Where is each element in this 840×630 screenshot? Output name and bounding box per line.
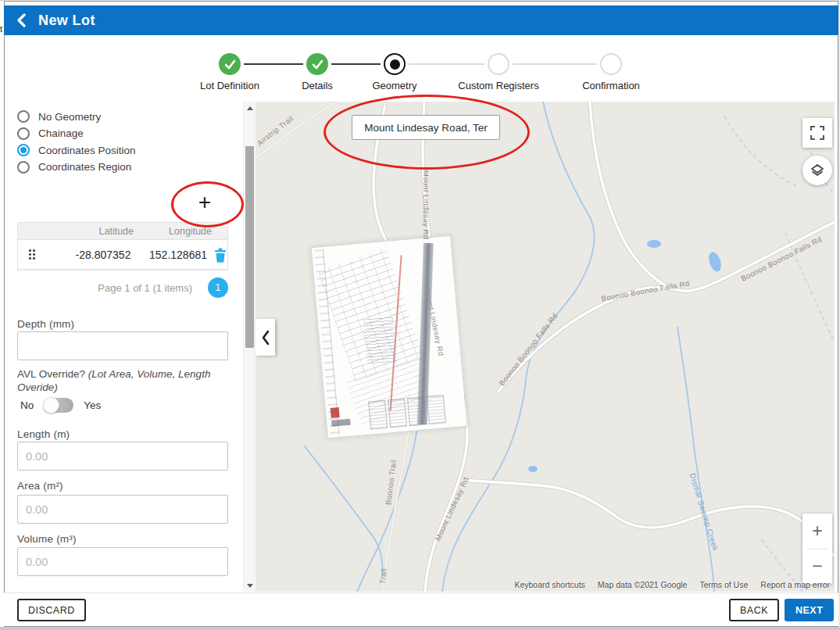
trash-icon [213,247,227,263]
avl-override-label: AVL Override? (Lot Area, Volume, Length … [17,367,233,394]
dialog-header: New Lot [4,5,838,35]
volume-label: Volume (m³) [17,533,77,545]
depth-input[interactable] [17,331,228,360]
toggle-yes-label: Yes [84,399,101,411]
radio-label: No Geometry [38,111,101,123]
table-pager: Page 1 of 1 (1 items) 1 [17,277,228,298]
length-input[interactable] [17,442,228,471]
terms-of-use-link[interactable]: Terms of Use [699,580,748,589]
plan-detail-box [427,395,446,424]
radio-label: Coordinates Region [38,161,131,173]
report-map-error-link[interactable]: Report a map error [760,580,830,589]
zoom-out-button[interactable]: − [802,549,832,585]
avl-override-toggle[interactable] [44,398,73,413]
step-confirmation[interactable]: Confirmation [549,53,674,91]
road-label: Trail [378,567,388,584]
road-label: Mount Lindesay Rd [422,170,431,240]
table-row: -28.807352 152.128681 [18,240,227,270]
area-label: Area (m²) [17,480,63,492]
length-label: Length (m) [17,428,70,440]
plan-detail-box [388,399,407,428]
collapse-chevron-icon [261,329,270,346]
depth-label: Depth (mm) [17,318,74,330]
area-input[interactable] [17,495,228,524]
coordinates-table: Latitude Longitude -28.807352 152.128681 [17,222,228,270]
layers-icon [810,163,825,178]
step-upcoming-icon[interactable] [488,53,509,75]
plan-drawing-overlay [311,235,468,439]
radio-label: Chainage [38,127,84,139]
step-label: Custom Registers [436,80,561,91]
plan-notes-block [363,316,397,363]
scroll-down-button[interactable] [244,579,256,592]
step-complete-icon[interactable] [219,53,241,75]
zoom-in-button[interactable]: + [802,514,832,549]
pager-summary: Page 1 of 1 (1 items) [98,282,192,294]
scroll-up-button[interactable] [244,102,256,114]
location-result-box: Mount Lindesay Road, Ter [352,115,500,140]
radio-option-chainage[interactable]: Chainage [17,127,84,141]
window-bottom-shadow [0,627,840,630]
add-coordinate-button[interactable]: + [192,190,217,215]
radio-label: Coordinates Position [38,145,136,156]
delete-row-button[interactable] [213,247,227,263]
toggle-knob[interactable] [43,397,59,413]
active-step-dot [390,59,400,70]
latitude-value: -28.807352 [45,249,130,261]
avl-toggle-row: No Yes [20,398,101,413]
plan-detail-box [407,396,427,426]
scrollbar-thumb[interactable] [245,146,254,348]
plan-logo-stamp [331,407,340,418]
map-canvas[interactable]: Airstrip Trail Mount Lindesay Rd Boonoo … [256,102,835,592]
map-data-credit: Map data ©2021 Google [598,580,688,589]
discard-button[interactable]: DISCARD [17,599,86,621]
background-text-fragment: t [0,24,2,34]
drag-handle-icon[interactable] [18,249,45,260]
back-chevron-icon [16,13,28,27]
avl-question: AVL Override? [17,368,88,380]
fullscreen-icon [810,126,824,140]
fullscreen-button[interactable] [802,118,832,148]
next-button[interactable]: NEXT [785,599,834,621]
plan-detail-box [368,400,388,430]
step-complete-icon[interactable] [306,53,328,75]
back-button[interactable] [9,7,35,34]
radio-icon[interactable] [17,161,30,174]
radio-icon[interactable] [17,110,30,123]
radio-icon[interactable] [17,127,30,140]
dialog-title: New Lot [38,13,95,29]
back-step-button[interactable]: BACK [729,599,779,621]
map-attribution: Keyboard shortcuts Map data ©2021 Google… [514,580,830,589]
latitude-column-header: Latitude [46,226,134,237]
step-custom-registers[interactable]: Custom Registers [436,53,561,91]
radio-option-coordinates-position[interactable]: Coordinates Position [17,143,136,157]
coordinates-table-header: Latitude Longitude [18,223,227,240]
toggle-no-label: No [20,399,34,411]
new-lot-window: t New Lot Lot Definition Details Geometr… [0,0,840,630]
panel-scrollbar[interactable] [243,102,256,592]
longitude-value: 152.128681 [130,249,207,261]
keyboard-shortcuts-link[interactable]: Keyboard shortcuts [514,580,584,589]
step-active-icon[interactable] [384,53,406,75]
collapse-panel-button[interactable] [256,319,275,356]
page-1-button[interactable]: 1 [208,277,228,298]
radio-selected-icon[interactable] [17,144,30,156]
zoom-control: + − [802,514,832,584]
volume-input[interactable] [17,547,228,576]
dialog-footer: DISCARD BACK NEXT [4,592,838,626]
map-layers-button[interactable] [802,156,832,185]
longitude-column-header: Longitude [134,226,212,237]
step-upcoming-icon[interactable] [600,53,622,75]
radio-option-coordinates-region[interactable]: Coordinates Region [17,160,131,174]
radio-option-no-geometry[interactable]: No Geometry [17,109,101,123]
step-label: Confirmation [549,80,674,91]
plan-logo-text [331,419,351,427]
